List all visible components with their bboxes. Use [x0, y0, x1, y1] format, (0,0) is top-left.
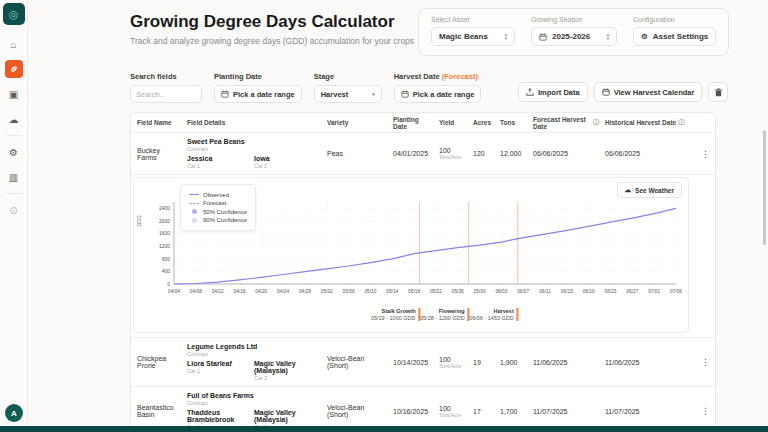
- docs-icon[interactable]: ▥: [5, 168, 23, 186]
- harvest-date-label-text: Harvest Date: [394, 72, 440, 81]
- svg-text:05/22: 05/22: [430, 289, 442, 294]
- tons-cell: 1,700: [494, 408, 527, 415]
- chart-legend: Observed Forecast 50% Confidence 90% Con…: [180, 184, 256, 231]
- svg-text:04/12: 04/12: [212, 289, 224, 294]
- svg-text:06/19: 06/19: [583, 289, 595, 294]
- delete-button[interactable]: [708, 82, 728, 102]
- search-input[interactable]: [130, 85, 202, 103]
- planting-date-group: Planting Date Pick a date range: [214, 72, 302, 103]
- user-avatar[interactable]: A: [5, 404, 23, 422]
- calendar-icon: [539, 33, 547, 41]
- svg-text:06/03: 06/03: [495, 289, 507, 294]
- harvest-date-range-button[interactable]: Pick a date range: [394, 85, 482, 103]
- legend-observed-label: Observed: [203, 192, 229, 198]
- calendar-icon: [401, 90, 409, 98]
- row-menu-icon[interactable]: ⋮: [695, 149, 709, 159]
- yield-cell: 100 Tons/Acre: [433, 147, 467, 160]
- svg-text:1200: 1200: [159, 243, 170, 249]
- settings-gear-icon[interactable]: ⚙: [5, 143, 23, 161]
- svg-text:05/30: 05/30: [474, 289, 486, 294]
- growing-season-label: Growing Season: [531, 16, 617, 23]
- company-tag: Contract: [187, 146, 321, 152]
- home-icon[interactable]: ⌂: [5, 35, 23, 53]
- legend-item-forecast: Forecast: [189, 200, 247, 206]
- stage-group: Stage Harvest ▾: [314, 72, 382, 103]
- row-menu-icon[interactable]: ⋮: [695, 357, 709, 367]
- season-select-value: 2025-2026: [552, 32, 590, 41]
- app-logo[interactable]: ◎: [3, 3, 25, 25]
- svg-text:2400: 2400: [159, 205, 170, 211]
- stage-text: 06/06 - 1453 GDD: [469, 315, 514, 322]
- season-select[interactable]: 2025-2026 ▴▾: [531, 27, 617, 46]
- view-harvest-calendar-button[interactable]: View Harvest Calendar: [594, 82, 703, 102]
- svg-text:04/20: 04/20: [255, 289, 267, 294]
- see-weather-button[interactable]: ☁ See Weather: [617, 182, 682, 198]
- svg-text:2000: 2000: [159, 218, 170, 224]
- stage-text: 05/28 - 1200 GDD: [420, 315, 465, 322]
- variety-cell: Peas: [321, 150, 387, 157]
- asset-select-value: Magic Beans: [439, 32, 488, 41]
- crops-leaf-icon[interactable]: [5, 60, 23, 78]
- svg-text:06/11: 06/11: [539, 289, 551, 294]
- header-historical-harvest: Historical Harvest Date ⓘ: [599, 118, 695, 127]
- person-name: Jessica: [187, 155, 254, 162]
- yield-cell: 100 Tons/Acre: [433, 405, 467, 418]
- inventory-box-icon[interactable]: ▣: [5, 85, 23, 103]
- header-tons: Tons: [494, 119, 527, 126]
- legend-item-observed: Observed: [189, 192, 247, 198]
- gear-icon: ⚙: [641, 32, 648, 41]
- historical-harvest-cell: 11/06/2025: [599, 359, 695, 366]
- cloud-icon: ☁: [625, 186, 632, 194]
- season-select-group: Growing Season 2025-2026 ▴▾: [531, 16, 617, 46]
- svg-text:06/15: 06/15: [561, 289, 573, 294]
- bottom-accent-bar: [0, 426, 768, 432]
- svg-text:0: 0: [167, 281, 170, 287]
- page-scrollbar[interactable]: [763, 130, 766, 245]
- acres-cell: 120: [467, 150, 494, 157]
- svg-text:07/06: 07/06: [670, 289, 682, 294]
- legend-item-50conf: 50% Confidence: [189, 209, 247, 215]
- stage-annotations: Stalk Growth 05/19 - 1000 GDD Flowering …: [136, 308, 686, 330]
- svg-text:07/01: 07/01: [648, 289, 660, 294]
- asset-settings-button[interactable]: ⚙ Asset Settings: [633, 27, 716, 46]
- planting-date-range-button[interactable]: Pick a date range: [214, 85, 302, 103]
- asset-select[interactable]: Magic Beans ▴▾: [431, 27, 515, 46]
- table-toolbar: Import Data View Harvest Calendar: [518, 82, 728, 102]
- header-historical-harvest-text: Historical Harvest Date: [605, 119, 676, 126]
- gdd-chart-row: ☁ See Weather GDD Observed Forecast 50% …: [131, 175, 715, 338]
- chevron-down-icon: ▾: [372, 91, 375, 97]
- table-row[interactable]: Buckey Farms Sweet Pea Beans Contract Je…: [131, 133, 715, 175]
- extra-tool-icon[interactable]: ⊙: [5, 201, 23, 219]
- field-name-cell: Buckey Farms: [131, 147, 181, 161]
- harvest-date-label: Harvest Date (Forecast): [394, 72, 482, 81]
- leaf-icon: [9, 64, 19, 74]
- harvest-date-button-label: Pick a date range: [413, 90, 475, 99]
- legend-90conf-label: 90% Confidence: [203, 217, 247, 223]
- svg-text:04/08: 04/08: [190, 289, 202, 294]
- forecast-line-swatch: [189, 203, 199, 204]
- field-name-cell: Beantastico Basin: [131, 404, 181, 418]
- trash-icon: [714, 88, 723, 97]
- company-tag: Contract: [187, 400, 321, 406]
- planting-date-cell: 10/16/2025: [387, 408, 433, 415]
- filter-bar: Search fields Planting Date Pick a date …: [130, 72, 481, 103]
- stage-select-value: Harvest: [321, 90, 349, 99]
- import-data-button[interactable]: Import Data: [518, 82, 588, 102]
- planting-date-button-label: Pick a date range: [233, 90, 295, 99]
- chevron-updown-icon: ▴▾: [607, 33, 609, 40]
- configuration-group: Configuration ⚙ Asset Settings: [633, 16, 716, 46]
- info-icon[interactable]: ⓘ: [678, 118, 684, 127]
- stage-select[interactable]: Harvest ▾: [314, 85, 382, 103]
- yield-unit: Tons/Acre: [439, 154, 467, 160]
- configuration-label: Configuration: [633, 16, 716, 23]
- row-menu-icon[interactable]: ⋮: [695, 406, 709, 416]
- weather-cloud-icon[interactable]: ☁: [5, 110, 23, 128]
- table-row[interactable]: Chickpea Prorie Legume Legends Ltd Contr…: [131, 338, 715, 387]
- company-name: Full of Beans Farms: [187, 392, 321, 399]
- field-details-cell: Sweet Pea Beans Contract Jessica Cat 1 I…: [181, 138, 321, 169]
- tons-cell: 12,000: [494, 150, 527, 157]
- svg-text:05/14: 05/14: [386, 289, 398, 294]
- field-details-cell: Legume Legends Ltd Contract Liora Starle…: [181, 343, 321, 381]
- asset-panel: Select Asset Magic Beans ▴▾ Growing Seas…: [418, 8, 729, 56]
- svg-text:04/28: 04/28: [299, 289, 311, 294]
